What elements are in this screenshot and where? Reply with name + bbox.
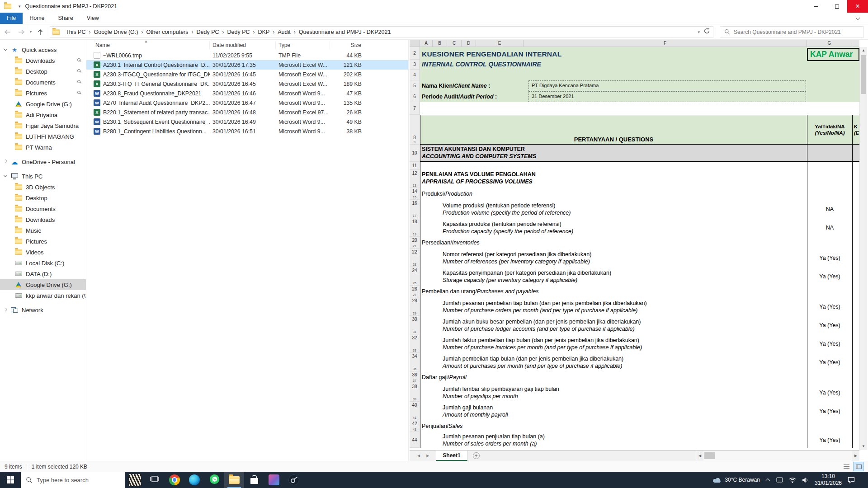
taskbar-app-steam[interactable]	[284, 472, 304, 488]
file-row[interactable]: XA230.3-ITQ_IT General Questionnaire_DK.…	[86, 79, 408, 89]
column-header-size[interactable]: Size	[330, 41, 365, 49]
breadcrumb-item-dedy-pc[interactable]: Dedy PC	[194, 28, 222, 36]
chevron-down-icon[interactable]	[3, 47, 9, 52]
row-number-cell[interactable]: 89	[410, 115, 420, 145]
forward-button[interactable]	[15, 26, 27, 38]
taskbar-app-whatsapp[interactable]	[204, 472, 224, 488]
row-number-cell[interactable]: 2223	[410, 249, 420, 267]
column-header-c[interactable]: C	[447, 40, 462, 47]
file-row[interactable]: XB220.1_Statement of related party trans…	[86, 108, 408, 117]
details-view-button[interactable]	[841, 462, 851, 471]
sidebar-item-desktop[interactable]: Desktop	[0, 192, 86, 203]
row-number-cell[interactable]: 4041	[410, 402, 420, 420]
field-value[interactable]: PT Digdaya Kencana Pratama	[528, 80, 806, 91]
column-header-g[interactable]: G	[807, 40, 852, 47]
file-row[interactable]: WB230.1_Subsequent Event Questionnaire_.…	[86, 117, 408, 127]
sidebar-section-onedrive-personal[interactable]: ☁OneDrive - Personal	[0, 156, 86, 167]
row-number-cell[interactable]: 1617	[410, 200, 420, 218]
select-all-corner[interactable]	[410, 40, 420, 47]
breadcrumb-separator-icon[interactable]: ›	[222, 29, 225, 35]
up-button[interactable]	[34, 26, 46, 38]
row-number-cell[interactable]: 6	[410, 91, 420, 102]
row-number-cell[interactable]: 7	[410, 102, 420, 115]
menu-tab-share[interactable]: Share	[52, 13, 80, 24]
close-button[interactable]: ×	[847, 0, 868, 13]
recent-locations-chevron-icon[interactable]: ▾	[30, 30, 32, 34]
vertical-scrollbar[interactable]: ▲ ▼	[859, 47, 867, 450]
quick-access-toolbar-chevron-icon[interactable]: ▾	[19, 4, 21, 9]
breadcrumb-separator-icon[interactable]: ›	[293, 29, 297, 35]
sidebar-item-pictures[interactable]: Pictures	[0, 88, 86, 99]
breadcrumb-item-dedy-pc[interactable]: Dedy PC	[225, 28, 252, 36]
sheet-next-icon[interactable]: ▶	[423, 454, 432, 458]
answer-cell[interactable]: Ya (Yes)	[807, 383, 853, 402]
hidden-icons-chevron-icon[interactable]	[766, 478, 770, 482]
sidebar-item-downloads[interactable]: Downloads	[0, 55, 86, 66]
breadcrumb-item-other-computers[interactable]: Other computers	[144, 28, 190, 36]
expand-ribbon-chevron-icon[interactable]	[856, 16, 860, 20]
sheet-tab-sheet1[interactable]: Sheet1	[436, 450, 467, 461]
column-header-type[interactable]: Type	[276, 41, 330, 49]
menu-tab-home[interactable]: Home	[23, 13, 51, 24]
breadcrumb-separator-icon[interactable]: ›	[140, 29, 144, 35]
touch-keyboard-icon[interactable]	[776, 477, 783, 483]
sidebar-item-pictures[interactable]: Pictures	[0, 236, 86, 247]
row-number-cell[interactable]: 44	[410, 432, 420, 448]
taskbar-app-microsoft-store[interactable]	[244, 472, 264, 488]
breadcrumb-item-questionnaire-and-pmpj-dkp2021[interactable]: Questionnaire and PMPJ - DKP2021	[297, 28, 393, 36]
file-row[interactable]: WA270_Internal Audit Questionnaire_DKP2.…	[86, 98, 408, 108]
row-number-cell[interactable]: 1415	[410, 188, 420, 200]
sidebar-item-music[interactable]: Music	[0, 225, 86, 236]
sidebar-item-data-d[interactable]: DATA (D:)	[0, 268, 86, 279]
file-row[interactable]: WA230.8_Fraud Questionnaire_DKP202130/01…	[86, 89, 408, 98]
chevron-right-icon[interactable]	[3, 308, 9, 312]
sidebar-item-downloads[interactable]: Downloads	[0, 214, 86, 225]
explorer-search-input[interactable]: Search Questionnaire and PMPJ - DKP2021	[720, 26, 863, 38]
row-number-cell[interactable]: 3031	[410, 316, 420, 334]
row-number-cell[interactable]: 1819	[410, 218, 420, 237]
row-number-cell[interactable]: 3839	[410, 383, 420, 402]
taskbar-app-edge[interactable]	[184, 472, 204, 488]
row-number-cell[interactable]: 10	[410, 145, 420, 162]
row-number-cell[interactable]: 2627	[410, 286, 420, 297]
breadcrumb-item-google-drive-g[interactable]: Google Drive (G:)	[91, 28, 140, 36]
file-row[interactable]: XA230.1_Internal Control Questionnaire_D…	[86, 60, 408, 70]
taskbar-app-task-view[interactable]	[145, 472, 165, 488]
row-number-cell[interactable]: 2	[410, 47, 420, 60]
row-number-cell[interactable]: 3	[410, 60, 420, 70]
answer-cell[interactable]: Ya (Yes)	[807, 316, 853, 334]
minimize-button[interactable]	[806, 0, 826, 13]
column-header-e[interactable]: E	[476, 40, 524, 47]
horizontal-scroll-thumb[interactable]	[704, 452, 715, 459]
row-number-cell[interactable]: 2425	[410, 267, 420, 286]
breadcrumb-item-audit[interactable]: Audit	[275, 28, 293, 36]
row-number-cell[interactable]: 5	[410, 80, 420, 91]
taskbar-app-chrome[interactable]	[165, 472, 184, 488]
row-number-cell[interactable]: 3233	[410, 334, 420, 353]
sidebar-item-kkp-anwar-dan-rekan-1[interactable]: kkp anwar dan rekan (\\1	[0, 290, 86, 301]
sidebar-item-figar-jaya-samudra[interactable]: Figar Jaya Samudra	[0, 120, 86, 131]
sidebar-item-documents[interactable]: Documents	[0, 203, 86, 214]
row-number-cell[interactable]: 11	[410, 162, 420, 170]
sidebar-section-quick-access[interactable]: ★Quick access	[0, 44, 86, 55]
scroll-left-icon[interactable]: ◀	[696, 454, 703, 458]
sidebar-item-local-disk-c[interactable]: Local Disk (C:)	[0, 258, 86, 268]
vertical-scroll-thumb[interactable]	[861, 55, 866, 94]
taskbar-app-zebra-thumbnail[interactable]	[125, 472, 145, 488]
scroll-up-icon[interactable]: ▲	[860, 47, 867, 54]
scroll-down-icon[interactable]: ▼	[860, 443, 867, 450]
breadcrumb-separator-icon[interactable]: ›	[272, 29, 275, 35]
sidebar-item-luthfi-magang[interactable]: LUTHFI MAGANG	[0, 131, 86, 142]
row-number-cell[interactable]: 4243	[410, 420, 420, 432]
answer-cell[interactable]: Ya (Yes)	[807, 432, 853, 448]
answer-cell[interactable]: Ya (Yes)	[807, 334, 853, 353]
sidebar-item-desktop[interactable]: Desktop	[0, 66, 86, 77]
row-number-cell[interactable]: 2829	[410, 297, 420, 316]
sidebar-section-this-pc[interactable]: This PC	[0, 171, 86, 182]
breadcrumb-separator-icon[interactable]: ›	[252, 29, 256, 35]
row-number-cell[interactable]: 2021	[410, 237, 420, 249]
action-center-icon[interactable]	[848, 477, 855, 483]
sidebar-item-3d-objects[interactable]: 3D Objects	[0, 182, 86, 192]
row-number-cell[interactable]: 1213	[410, 170, 420, 188]
answer-cell[interactable]: Ya (Yes)	[807, 402, 853, 420]
